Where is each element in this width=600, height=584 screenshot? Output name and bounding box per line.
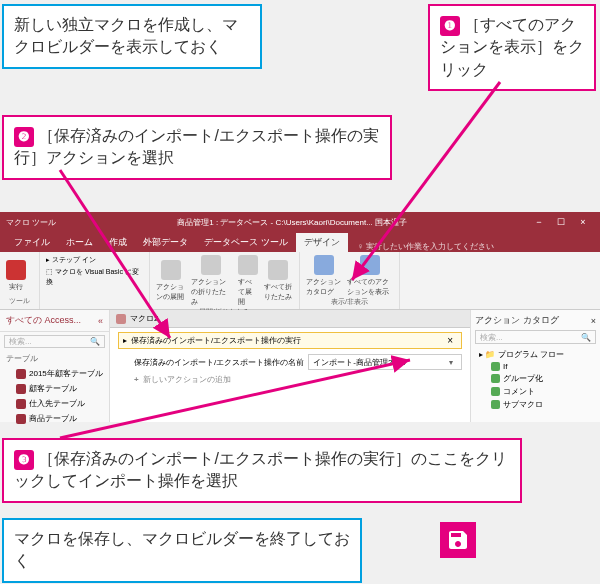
expand-action-button[interactable]: アクションの展開 <box>156 260 185 302</box>
macro-builder: マクロ2 ▸ 保存済みのインポート/エクスポート操作の実行 × 保存済みのインポ… <box>110 310 470 422</box>
delete-action-button[interactable]: × <box>443 335 457 346</box>
tree-program-flow[interactable]: ▸ 📁 プログラム フロー <box>475 348 596 361</box>
convert-vb-button[interactable]: ⬚ マクロを Visual Basic に変換 <box>46 267 143 287</box>
callout-prepare: 新しい独立マクロを作成し、マクロビルダーを表示しておく <box>2 4 262 69</box>
tree-item[interactable]: グループ化 <box>475 372 596 385</box>
callout-step1: ❶ ［すべてのアクションを表示］をクリック <box>428 4 596 91</box>
callout-step3: ❸ ［保存済みのインポート/エクスポート操作の実行］のここをクリックしてインポー… <box>2 438 522 503</box>
chevron-down-icon: ▾ <box>445 358 457 367</box>
close-window-button[interactable]: × <box>572 217 594 227</box>
nav-item-table[interactable]: 2015年顧客テーブル <box>0 366 109 381</box>
step1-text: ［すべてのアクションを表示］をクリック <box>440 16 584 78</box>
step3-badge: ❸ <box>14 450 34 470</box>
nav-item-table[interactable]: 仕入先テーブル <box>0 396 109 411</box>
navigation-pane: すべての Access...« 検索...🔍 テーブル 2015年顧客テーブル … <box>0 310 110 422</box>
tab-home[interactable]: ホーム <box>58 233 101 252</box>
tree-item[interactable]: If <box>475 361 596 372</box>
nav-item-table[interactable]: 商品テーブル <box>0 411 109 426</box>
minimize-button[interactable]: − <box>528 217 550 227</box>
tell-me[interactable]: ♀ 実行したい作業を入力してください <box>358 241 494 252</box>
step3-text: ［保存済みのインポート/エクスポート操作の実行］のここをクリックしてインポート操… <box>14 450 507 489</box>
nav-collapse-icon[interactable]: « <box>98 316 103 326</box>
maximize-button[interactable]: ☐ <box>550 217 572 227</box>
catalog-search-input[interactable]: 検索...🔍 <box>475 330 596 344</box>
nav-search-input[interactable]: 検索...🔍 <box>4 335 105 348</box>
action-saved-import-export[interactable]: ▸ 保存済みのインポート/エクスポート操作の実行 × <box>118 332 462 349</box>
step-in-button[interactable]: ▸ ステップ イン <box>46 255 96 265</box>
search-icon: 🔍 <box>90 337 100 346</box>
expand-all-button[interactable]: すべて展開 <box>238 255 258 307</box>
search-icon: 🔍 <box>581 333 591 342</box>
block-icon <box>491 374 500 383</box>
tab-external-data[interactable]: 外部データ <box>135 233 196 252</box>
macro-icon <box>116 314 126 324</box>
nav-header[interactable]: すべての Access... <box>6 314 81 327</box>
add-new-action-dropdown[interactable]: +新しいアクションの追加 <box>118 372 462 387</box>
block-icon <box>491 362 500 371</box>
collapse-action-button[interactable]: アクションの折りたたみ <box>191 255 231 307</box>
tab-design[interactable]: デザイン <box>296 233 348 252</box>
table-icon <box>16 414 26 424</box>
collapse-all-button[interactable]: すべて折りたたみ <box>264 260 293 302</box>
step2-text: ［保存済みのインポート/エクスポート操作の実行］アクションを選択 <box>14 127 379 166</box>
save-icon <box>440 522 476 558</box>
action-catalog-button[interactable]: アクション カタログ <box>306 255 341 297</box>
step2-badge: ❷ <box>14 127 34 147</box>
block-icon <box>491 387 500 396</box>
run-button[interactable]: 実行 <box>6 260 26 292</box>
nav-item-table[interactable]: 顧客テーブル <box>0 381 109 396</box>
callout-step2: ❷ ［保存済みのインポート/エクスポート操作の実行］アクションを選択 <box>2 115 392 180</box>
tab-file[interactable]: ファイル <box>6 233 58 252</box>
close-pane-button[interactable]: × <box>591 316 596 326</box>
tab-create[interactable]: 作成 <box>101 233 135 252</box>
action-catalog-pane: アクション カタログ× 検索...🔍 ▸ 📁 プログラム フロー If グループ… <box>470 310 600 422</box>
tree-item[interactable]: コメント <box>475 385 596 398</box>
table-icon <box>16 399 26 409</box>
tab-database-tools[interactable]: データベース ツール <box>196 233 296 252</box>
show-all-actions-button[interactable]: すべてのアクションを表示 <box>347 255 393 297</box>
saved-import-dropdown[interactable]: インポート-商品管理2015 ▾ <box>308 354 462 370</box>
table-icon <box>16 384 26 394</box>
tree-item[interactable]: サブマクロ <box>475 398 596 411</box>
window-title: 商品管理1 : データベース - C:\Users\Kaori\Document… <box>56 217 528 228</box>
access-window: マクロ ツール 商品管理1 : データベース - C:\Users\Kaori\… <box>0 212 600 422</box>
step1-badge: ❶ <box>440 16 460 36</box>
callout-save: マクロを保存し、マクロビルダーを終了しておく <box>2 518 362 583</box>
table-icon <box>16 369 26 379</box>
tool-tab-label: マクロ ツール <box>6 217 56 228</box>
param-saved-import-name: 保存済みのインポート/エクスポート操作の名前 インポート-商品管理2015 ▾ <box>118 352 462 372</box>
block-icon <box>491 400 500 409</box>
ribbon: 実行 ツール ▸ ステップ イン ⬚ マクロを Visual Basic に変換… <box>0 252 600 310</box>
titlebar: マクロ ツール 商品管理1 : データベース - C:\Users\Kaori\… <box>0 212 600 232</box>
expand-icon[interactable]: ▸ <box>123 336 127 345</box>
doc-tab-macro2[interactable]: マクロ2 <box>130 313 158 324</box>
ribbon-tab-strip: ファイル ホーム 作成 外部データ データベース ツール デザイン ♀ 実行した… <box>0 232 600 252</box>
nav-section-tables[interactable]: テーブル <box>0 351 109 366</box>
